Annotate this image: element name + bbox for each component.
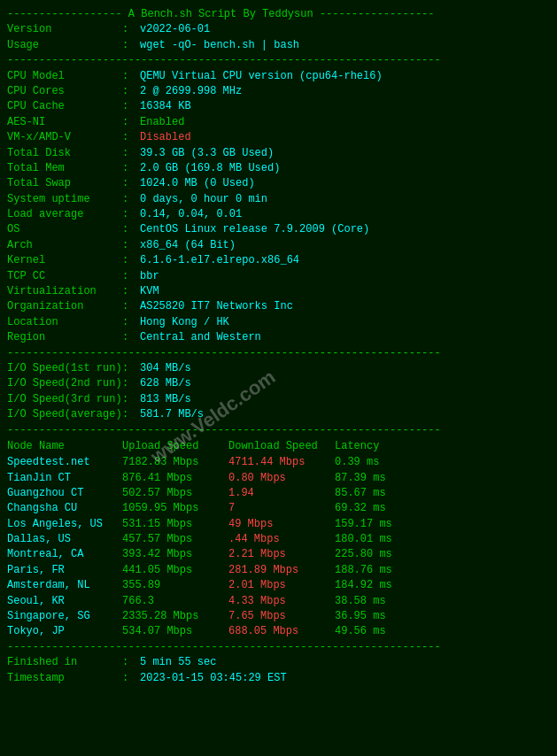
sys-colon-0: :: [122, 69, 140, 84]
sys-key-14: Virtualization: [7, 284, 122, 299]
speed-row-8: Amsterdam, NL355.892.01 Mbps184.92 ms: [7, 578, 550, 593]
col-latency-header: Latency: [335, 438, 423, 455]
system-row-14: Virtualization : KVM: [7, 284, 550, 299]
speed-download-5: .44 Mbps: [228, 532, 335, 547]
sys-colon-12: :: [122, 253, 140, 268]
sys-colon-7: :: [122, 176, 140, 191]
speed-latency-7: 188.76 ms: [335, 563, 423, 578]
speed-latency-3: 69.32 ms: [335, 501, 423, 516]
sys-key-9: Load average: [7, 207, 122, 222]
speed-node-8: Amsterdam, NL: [7, 578, 122, 593]
system-row-11: Arch : x86_64 (64 Bit): [7, 238, 550, 253]
speed-download-0: 4711.44 Mbps: [228, 455, 335, 470]
sep3: ----------------------------------------…: [7, 423, 550, 438]
speed-header-row: Node Name Upload Speed Download Speed La…: [7, 438, 550, 455]
sep4: ----------------------------------------…: [7, 640, 550, 655]
io-colon-2: :: [122, 392, 140, 407]
sys-key-17: Region: [7, 330, 122, 345]
sys-colon-4: :: [122, 130, 140, 145]
speed-node-1: TianJin CT: [7, 471, 122, 486]
sys-val-8: 0 days, 0 hour 0 min: [140, 192, 550, 207]
footer-row-0: Finished in : 5 min 55 sec: [7, 655, 550, 670]
sys-val-7: 1024.0 MB (0 Used): [140, 176, 550, 191]
speed-latency-8: 184.92 ms: [335, 578, 423, 593]
speed-download-8: 2.01 Mbps: [228, 578, 335, 593]
speed-row-4: Los Angeles, US531.15 Mbps49 Mbps159.17 …: [7, 517, 550, 532]
system-row-9: Load average : 0.14, 0.04, 0.01: [7, 207, 550, 222]
io-colon-1: :: [122, 376, 140, 391]
io-row-1: I/O Speed(2nd run) : 628 MB/s: [7, 376, 550, 391]
footer-val-0: 5 min 55 sec: [140, 655, 550, 670]
speed-node-11: Tokyo, JP: [7, 624, 122, 639]
sys-val-12: 6.1.6-1.el7.elrepo.x86_64: [140, 253, 550, 268]
io-colon-3: :: [122, 407, 140, 422]
usage-colon: :: [122, 38, 140, 53]
system-row-12: Kernel : 6.1.6-1.el7.elrepo.x86_64: [7, 253, 550, 268]
speed-upload-3: 1059.95 Mbps: [122, 501, 228, 516]
sys-key-12: Kernel: [7, 253, 122, 268]
speed-node-6: Montreal, CA: [7, 547, 122, 562]
sys-colon-10: :: [122, 222, 140, 237]
sys-val-15: AS25820 IT7 Networks Inc: [140, 299, 550, 314]
usage-value: wget -qO- bench.sh | bash: [140, 38, 550, 53]
col-node-header: Node Name: [7, 438, 122, 455]
system-info: CPU Model : QEMU Virtual CPU version (cp…: [7, 69, 550, 346]
sys-val-11: x86_64 (64 Bit): [140, 238, 550, 253]
sys-key-2: CPU Cache: [7, 99, 122, 114]
speed-node-10: Singapore, SG: [7, 609, 122, 624]
footer-key-0: Finished in: [7, 655, 122, 670]
system-row-13: TCP CC : bbr: [7, 269, 550, 284]
sys-colon-1: :: [122, 84, 140, 99]
io-val-0: 304 MB/s: [140, 361, 550, 376]
version-label: Version: [7, 22, 122, 37]
speed-row-3: Changsha CU1059.95 Mbps769.32 ms: [7, 501, 550, 516]
sys-val-3: Enabled: [140, 115, 550, 130]
speed-upload-0: 7182.83 Mbps: [122, 455, 228, 470]
sys-colon-6: :: [122, 161, 140, 176]
speed-node-7: Paris, FR: [7, 563, 122, 578]
system-row-8: System uptime : 0 days, 0 hour 0 min: [7, 192, 550, 207]
system-row-4: VM-x/AMD-V : Disabled: [7, 130, 550, 145]
sys-colon-9: :: [122, 207, 140, 222]
footer-key-1: Timestamp: [7, 671, 122, 686]
speed-node-2: Guangzhou CT: [7, 486, 122, 501]
version-value: v2022-06-01: [140, 22, 550, 37]
system-row-7: Total Swap : 1024.0 MB (0 Used): [7, 176, 550, 191]
speed-upload-9: 766.3: [122, 594, 228, 609]
speed-download-3: 7: [228, 501, 335, 516]
io-row-2: I/O Speed(3rd run) : 813 MB/s: [7, 392, 550, 407]
sep2: ----------------------------------------…: [7, 346, 550, 361]
speed-download-9: 4.33 Mbps: [228, 594, 335, 609]
system-row-2: CPU Cache : 16384 KB: [7, 99, 550, 114]
speed-row-9: Seoul, KR766.34.33 Mbps38.58 ms: [7, 594, 550, 609]
speed-download-11: 688.05 Mbps: [228, 624, 335, 639]
system-row-15: Organization : AS25820 IT7 Networks Inc: [7, 299, 550, 314]
speed-download-10: 7.65 Mbps: [228, 609, 335, 624]
sys-colon-17: :: [122, 330, 140, 345]
speed-upload-8: 355.89: [122, 578, 228, 593]
speed-upload-11: 534.07 Mbps: [122, 624, 228, 639]
speed-download-6: 2.21 Mbps: [228, 547, 335, 562]
system-row-16: Location : Hong Kong / HK: [7, 315, 550, 330]
speed-node-5: Dallas, US: [7, 532, 122, 547]
version-colon: :: [122, 22, 140, 37]
io-colon-0: :: [122, 361, 140, 376]
io-key-1: I/O Speed(2nd run): [7, 376, 122, 391]
speed-rows: Speedtest.net7182.83 Mbps4711.44 Mbps0.3…: [7, 455, 550, 640]
sys-key-1: CPU Cores: [7, 84, 122, 99]
header-separator: ------------------ A Bench.sh Script By …: [7, 7, 550, 22]
speed-latency-11: 49.56 ms: [335, 624, 423, 639]
speed-latency-2: 85.67 ms: [335, 486, 423, 501]
speed-row-5: Dallas, US457.57 Mbps.44 Mbps180.01 ms: [7, 532, 550, 547]
speed-download-2: 1.94: [228, 486, 335, 501]
sys-key-10: OS: [7, 222, 122, 237]
sys-key-8: System uptime: [7, 192, 122, 207]
speed-row-6: Montreal, CA393.42 Mbps2.21 Mbps225.80 m…: [7, 547, 550, 562]
system-row-17: Region : Central and Western: [7, 330, 550, 345]
speed-latency-5: 180.01 ms: [335, 532, 423, 547]
sys-val-17: Central and Western: [140, 330, 550, 345]
version-row: Version : v2022-06-01: [7, 22, 550, 37]
speed-upload-4: 531.15 Mbps: [122, 517, 228, 532]
speed-row-1: TianJin CT876.41 Mbps0.80 Mbps87.39 ms: [7, 471, 550, 486]
sys-val-14: KVM: [140, 284, 550, 299]
